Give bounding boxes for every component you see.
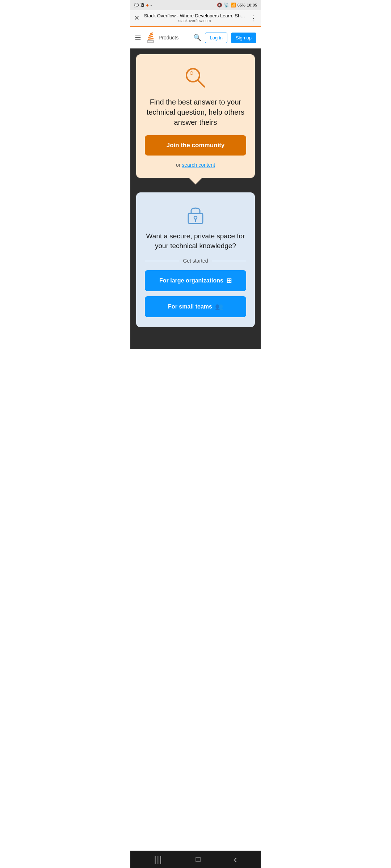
divider-line-left bbox=[145, 261, 179, 261]
svg-rect-3 bbox=[153, 40, 154, 43]
or-search-text: or search content bbox=[145, 162, 246, 168]
org-icon: ⊞ bbox=[226, 277, 232, 285]
time-text: 10:05 bbox=[247, 3, 257, 7]
hamburger-menu-button[interactable]: ☰ bbox=[135, 33, 141, 42]
teams-card: Want a secure, private space for your te… bbox=[136, 192, 255, 327]
dot-icon: • bbox=[150, 3, 152, 7]
org-button-label: For large organizations bbox=[159, 277, 223, 284]
search-content-link[interactable]: search content bbox=[182, 162, 215, 168]
teams-heading: Want a secure, private space for your te… bbox=[145, 231, 246, 251]
svg-rect-5 bbox=[148, 36, 153, 38]
main-nav: ☰ Products 🔍 Log in Sign up bbox=[130, 27, 261, 48]
svg-rect-11 bbox=[188, 213, 203, 224]
domain-label: stackoverflow.com bbox=[178, 18, 211, 23]
svg-point-10 bbox=[190, 72, 193, 75]
svg-rect-2 bbox=[147, 40, 148, 43]
stackoverflow-logo bbox=[145, 31, 156, 44]
login-button[interactable]: Log in bbox=[205, 33, 227, 43]
divider-line-right bbox=[212, 261, 246, 261]
battery-text: 65% bbox=[237, 3, 245, 7]
page-title: Stack Overflow - Where Developers Learn,… bbox=[144, 13, 245, 18]
logo-area[interactable]: Products bbox=[145, 31, 178, 44]
teams-button-label: For small teams bbox=[168, 303, 212, 310]
svg-rect-4 bbox=[148, 38, 154, 40]
community-heading: Find the best answer to your technical q… bbox=[145, 97, 246, 127]
message-icon: 💬 bbox=[134, 3, 139, 8]
status-bar: 💬 🖼 ● • 🔇 📡 📶 65% 10:05 bbox=[130, 0, 261, 10]
wifi-icon: 📡 bbox=[224, 3, 229, 8]
teams-icon: 👥 bbox=[215, 303, 223, 311]
status-right-icons: 🔇 📡 📶 65% 10:05 bbox=[217, 3, 257, 8]
close-tab-button[interactable]: ✕ bbox=[134, 15, 139, 21]
svg-line-9 bbox=[198, 80, 205, 87]
search-button[interactable]: 🔍 bbox=[193, 34, 201, 42]
products-nav-label: Products bbox=[159, 35, 178, 41]
notification-icon: ● bbox=[146, 2, 149, 8]
or-label: or bbox=[176, 162, 180, 168]
get-started-divider: Get started bbox=[145, 258, 246, 264]
browser-bar: ✕ Stack Overflow - Where Developers Lear… bbox=[130, 10, 261, 26]
large-organizations-button[interactable]: For large organizations ⊞ bbox=[145, 270, 246, 291]
status-left-icons: 💬 🖼 ● • bbox=[134, 2, 152, 8]
mute-icon: 🔇 bbox=[217, 3, 222, 8]
signup-button[interactable]: Sign up bbox=[231, 33, 256, 43]
image-icon: 🖼 bbox=[140, 3, 144, 7]
url-area[interactable]: Stack Overflow - Where Developers Learn,… bbox=[142, 13, 247, 23]
browser-menu-button[interactable]: ⋮ bbox=[250, 14, 257, 22]
lock-icon bbox=[185, 203, 206, 225]
get-started-label: Get started bbox=[183, 258, 208, 264]
signal-icon: 📶 bbox=[231, 3, 236, 8]
join-community-button[interactable]: Join the community bbox=[145, 135, 246, 156]
main-content: Find the best answer to your technical q… bbox=[130, 48, 261, 349]
small-teams-button[interactable]: For small teams 👥 bbox=[145, 296, 246, 317]
search-magnifier-icon bbox=[183, 65, 208, 90]
community-card: Find the best answer to your technical q… bbox=[136, 54, 255, 178]
